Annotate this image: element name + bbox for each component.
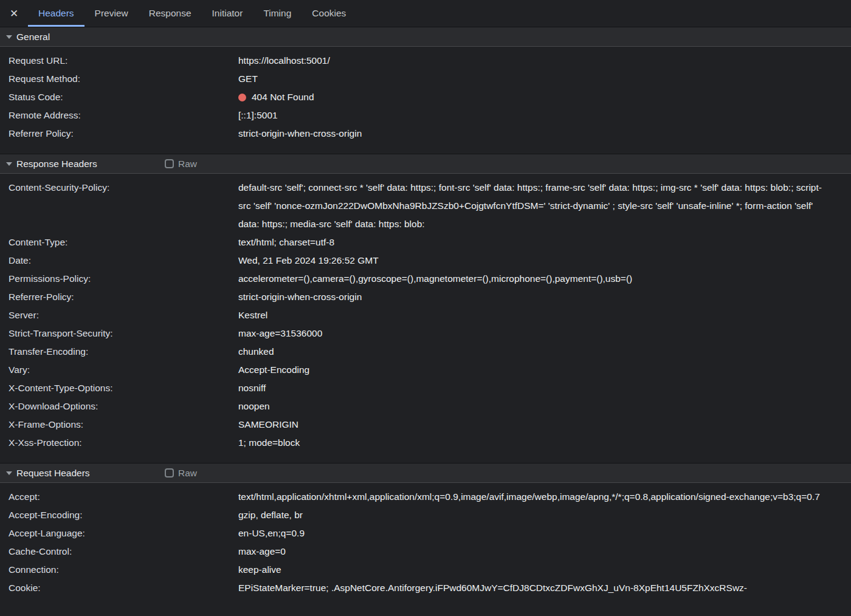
header-value: 404 Not Found [238,88,830,106]
header-value: noopen [238,397,830,416]
header-value: 1; mode=block [238,434,830,452]
tab-cookies[interactable]: Cookies [301,0,356,27]
header-value: Accept-Encoding [238,361,830,379]
header-row-cache-control: Cache-Control: max-age=0 [9,542,830,561]
header-value: GET [238,70,830,88]
header-name: X-Frame-Options: [9,416,238,434]
header-row-accept-language: Accept-Language: en-US,en;q=0.9 [9,524,830,542]
header-value: keep-alive [238,561,830,579]
close-icon[interactable]: ✕ [0,0,28,27]
header-name: Request Method: [9,70,238,88]
header-value: strict-origin-when-cross-origin [238,125,830,143]
header-row-request-method: Request Method: GET [9,70,830,88]
header-name: Cookie: [9,579,238,597]
header-value: text/html; charset=utf-8 [238,233,830,252]
header-value: text/html,application/xhtml+xml,applicat… [238,488,830,506]
header-name: Content-Type: [9,233,238,252]
header-row-strict-transport-security: Strict-Transport-Security: max-age=31536… [9,324,830,343]
disclosure-triangle-icon [6,471,12,475]
request-headers-section-header[interactable]: Request Headers Raw [0,463,851,483]
header-value: https://localhost:5001/ [238,52,830,70]
header-name: Connection: [9,561,238,579]
response-headers-section: Response Headers Raw Content-Security-Po… [0,154,851,463]
raw-label: Raw [178,159,197,169]
tab-timing[interactable]: Timing [253,0,301,27]
raw-checkbox-icon[interactable] [165,468,174,477]
header-row-x-download-options: X-Download-Options: noopen [9,397,830,416]
header-row-server: Server: Kestrel [9,306,830,324]
general-section-header[interactable]: General [0,27,851,47]
section-title-general: General [16,32,50,43]
header-row-status-code: Status Code: 404 Not Found [9,88,830,106]
header-name: Date: [9,252,238,270]
header-row-x-frame-options: X-Frame-Options: SAMEORIGIN [9,416,830,434]
response-headers-section-header[interactable]: Response Headers Raw [0,154,851,174]
header-name: Content-Security-Policy: [9,179,238,233]
header-value: SAMEORIGIN [238,416,830,434]
header-row-referrer-policy: Referrer-Policy: strict-origin-when-cros… [9,288,830,306]
header-row-referrer-policy: Referrer Policy: strict-origin-when-cros… [9,125,830,143]
header-value: max-age=0 [238,542,830,561]
raw-checkbox-icon[interactable] [165,159,174,168]
header-name: Vary: [9,361,238,379]
header-name: Request URL: [9,52,238,70]
request-headers-section: Request Headers Raw Accept: text/html,ap… [0,463,851,608]
header-row-x-xss-protection: X-Xss-Protection: 1; mode=block [9,434,830,452]
header-row-date: Date: Wed, 21 Feb 2024 19:26:52 GMT [9,252,830,270]
header-value: chunked [238,343,830,361]
header-name: X-Xss-Protection: [9,434,238,452]
header-row-transfer-encoding: Transfer-Encoding: chunked [9,343,830,361]
header-name: X-Download-Options: [9,397,238,416]
header-name: Accept: [9,488,238,506]
header-name: Referrer-Policy: [9,288,238,306]
disclosure-triangle-icon [6,162,12,166]
header-row-connection: Connection: keep-alive [9,561,830,579]
header-value: nosniff [238,379,830,397]
raw-label: Raw [178,468,197,479]
header-row-cookie: Cookie: EPiStateMarker=true; .AspNetCore… [9,579,830,597]
section-title-response-headers: Response Headers [16,159,97,169]
header-value: strict-origin-when-cross-origin [238,288,830,306]
header-name: X-Content-Type-Options: [9,379,238,397]
header-value: [::1]:5001 [238,106,830,125]
header-row-permissions-policy: Permissions-Policy: accelerometer=(),cam… [9,270,830,288]
network-detail-tabbar: ✕ Headers Preview Response Initiator Tim… [0,0,851,27]
header-name: Accept-Encoding: [9,506,238,524]
header-row-content-security-policy: Content-Security-Policy: default-src 'se… [9,179,830,233]
header-row-accept-encoding: Accept-Encoding: gzip, deflate, br [9,506,830,524]
header-row-vary: Vary: Accept-Encoding [9,361,830,379]
header-value: Wed, 21 Feb 2024 19:26:52 GMT [238,252,830,270]
raw-toggle-response[interactable]: Raw [165,159,197,169]
tab-response[interactable]: Response [139,0,202,27]
response-headers-section-body: Content-Security-Policy: default-src 'se… [0,174,851,463]
section-title-request-headers: Request Headers [16,468,90,479]
header-name: Referrer Policy: [9,125,238,143]
header-value: Kestrel [238,306,830,324]
header-name: Strict-Transport-Security: [9,324,238,343]
header-row-remote-address: Remote Address: [::1]:5001 [9,106,830,125]
header-row-x-content-type-options: X-Content-Type-Options: nosniff [9,379,830,397]
general-section-body: Request URL: https://localhost:5001/ Req… [0,47,851,154]
header-value: EPiStateMarker=true; .AspNetCore.Antifor… [238,579,830,597]
tab-preview[interactable]: Preview [84,0,139,27]
header-value: gzip, deflate, br [238,506,830,524]
header-name: Transfer-Encoding: [9,343,238,361]
header-value: default-src 'self'; connect-src * 'self'… [238,179,830,233]
header-name: Cache-Control: [9,542,238,561]
general-section: General Request URL: https://localhost:5… [0,27,851,154]
header-value: accelerometer=(),camera=(),gyroscope=(),… [238,270,830,288]
tab-headers[interactable]: Headers [28,0,84,27]
header-name: Remote Address: [9,106,238,125]
raw-toggle-request[interactable]: Raw [165,468,197,479]
status-text: 404 Not Found [252,88,314,106]
header-row-request-url: Request URL: https://localhost:5001/ [9,52,830,70]
network-request-details-panel: ✕ Headers Preview Response Initiator Tim… [0,0,851,608]
request-headers-section-body: Accept: text/html,application/xhtml+xml,… [0,483,851,608]
status-error-dot-icon [238,94,246,101]
header-name: Status Code: [9,88,238,106]
header-name: Permissions-Policy: [9,270,238,288]
tab-initiator[interactable]: Initiator [202,0,253,27]
header-row-content-type: Content-Type: text/html; charset=utf-8 [9,233,830,252]
header-value: max-age=31536000 [238,324,830,343]
disclosure-triangle-icon [6,35,12,39]
